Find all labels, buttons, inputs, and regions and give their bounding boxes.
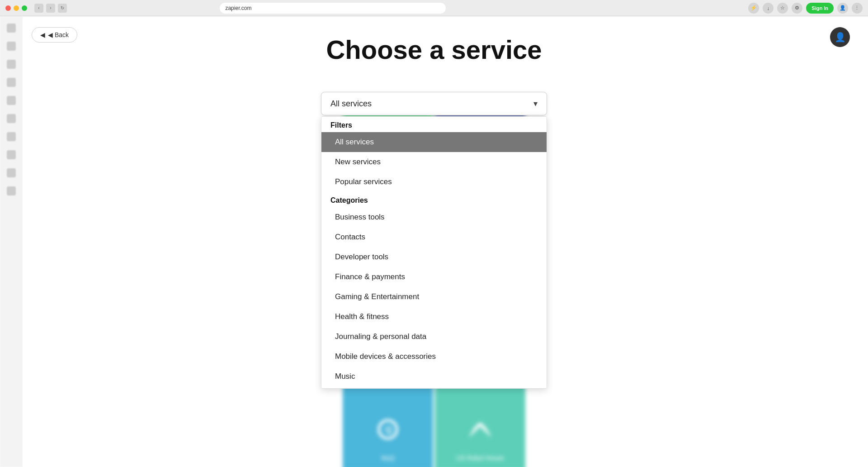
card-label-us-robot-house: US Robot House xyxy=(456,454,504,462)
sidebar-item-4 xyxy=(7,78,16,87)
browser-right-controls: ⚡ ↓ ☆ ⚙ Sign In 👤 ⋮ xyxy=(748,3,863,14)
browser-nav-controls: ‹ › ↻ xyxy=(34,4,67,13)
maximize-window-btn[interactable] xyxy=(22,5,27,11)
sidebar-item-5 xyxy=(7,96,16,105)
browser-refresh-btn[interactable]: ↻ xyxy=(58,4,67,13)
back-chevron-icon: ◀ xyxy=(40,31,45,38)
dropdown-container: All services ▾ FiltersAll servicesNew se… xyxy=(321,92,547,115)
service-dropdown-trigger[interactable]: All services ▾ xyxy=(321,92,547,115)
page-title: Choose a service xyxy=(326,34,542,65)
minimize-window-btn[interactable] xyxy=(14,5,19,11)
dropdown-scroll-area[interactable]: FiltersAll servicesNew servicesPopular s… xyxy=(321,117,547,388)
dropdown-item-all-services[interactable]: All services xyxy=(321,132,547,152)
profile-icon[interactable]: 👤 xyxy=(837,3,848,14)
dropdown-item-finance-payments[interactable]: Finance & payments xyxy=(321,267,547,287)
sidebar-item-3 xyxy=(7,60,16,69)
menu-icon[interactable]: ⋮ xyxy=(852,3,863,14)
back-button[interactable]: ◀ ◀ Back xyxy=(32,27,77,43)
dropdown-item-developer-tools[interactable]: Developer tools xyxy=(321,247,547,267)
page-content: ◀ ◀ Back 👤 Choose a service Android SMS xyxy=(0,16,868,467)
dropdown-item-news-information[interactable]: News & information xyxy=(321,386,547,388)
svg-text:Q: Q xyxy=(385,424,392,434)
dropdown-selected-value: All services xyxy=(330,99,372,109)
avatar-button[interactable]: 👤 xyxy=(830,27,850,47)
sidebar-item-1 xyxy=(7,24,16,33)
address-bar[interactable]: zapier.com xyxy=(220,3,446,14)
dropdown-item-music[interactable]: Music xyxy=(321,367,547,386)
dropdown-item-contacts[interactable]: Contacts xyxy=(321,227,547,247)
dropdown-item-new-services[interactable]: New services xyxy=(321,152,547,172)
browser-icon-1[interactable]: ⚡ xyxy=(748,3,759,14)
dropdown-item-business-tools[interactable]: Business tools xyxy=(321,207,547,227)
browser-forward-btn[interactable]: › xyxy=(46,4,55,13)
card-label-myq: MyQ xyxy=(381,454,395,462)
close-window-btn[interactable] xyxy=(5,5,11,11)
avatar-icon: 👤 xyxy=(835,32,846,43)
browser-icon-4[interactable]: ⚙ xyxy=(792,3,802,14)
sidebar-item-2 xyxy=(7,42,16,51)
browser-icon-2[interactable]: ↓ xyxy=(763,3,774,14)
dropdown-section-filters: Filters xyxy=(321,117,547,132)
browser-icon-3[interactable]: ☆ xyxy=(777,3,788,14)
chevron-down-icon: ▾ xyxy=(533,99,538,109)
dropdown-section-categories: Categories xyxy=(321,192,547,207)
sign-in-btn[interactable]: Sign In xyxy=(806,3,834,14)
dropdown-item-popular-services[interactable]: Popular services xyxy=(321,172,547,192)
dropdown-list: FiltersAll servicesNew servicesPopular s… xyxy=(321,116,547,389)
dropdown-item-health-fitness[interactable]: Health & fitness xyxy=(321,307,547,327)
back-label: ◀ Back xyxy=(48,31,69,38)
browser-back-btn[interactable]: ‹ xyxy=(34,4,43,13)
dropdown-item-journaling-personal-data[interactable]: Journaling & personal data xyxy=(321,327,547,347)
dropdown-item-mobile-devices-accessories[interactable]: Mobile devices & accessories xyxy=(321,347,547,367)
traffic-lights xyxy=(5,5,27,11)
dropdown-items: FiltersAll servicesNew servicesPopular s… xyxy=(321,117,547,388)
address-text: zapier.com xyxy=(225,5,251,11)
browser-bar: ‹ › ↻ zapier.com ⚡ ↓ ☆ ⚙ Sign In 👤 ⋮ xyxy=(0,0,868,16)
dropdown-item-gaming-entertainment[interactable]: Gaming & Entertainment xyxy=(321,287,547,307)
